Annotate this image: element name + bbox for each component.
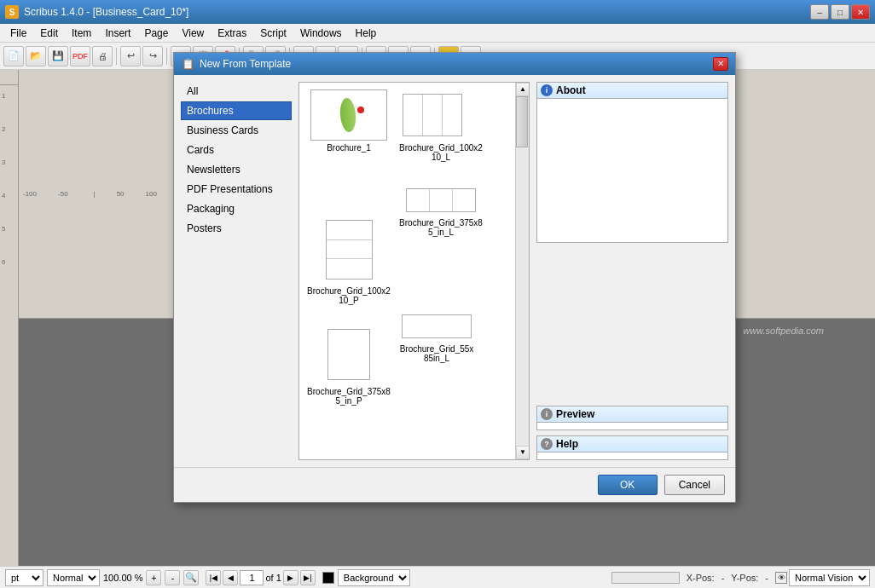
preview-header: i Preview (537, 406, 727, 423)
template-grid-100x210-P-label: Brochure_Grid_100x210_P (306, 286, 391, 305)
category-all[interactable]: All (181, 82, 292, 101)
ok-button[interactable]: OK (598, 475, 658, 495)
thumb-box-portrait (326, 220, 373, 280)
template-brochure-1-label: Brochure_1 (327, 143, 371, 153)
help-section: ? Help (536, 435, 728, 460)
template-grid-100x210-P[interactable]: Brochure_Grid_100x210_P (306, 220, 391, 305)
about-icon: i (541, 84, 553, 96)
thumb-grid-375x85-L (403, 186, 479, 216)
thumb-box-375-L (406, 188, 476, 212)
info-spacer (536, 248, 728, 401)
about-header: i About (537, 83, 727, 99)
scroll-down-button[interactable]: ▼ (516, 446, 530, 459)
preview-icon: i (541, 408, 553, 420)
category-brochures[interactable]: Brochures (181, 101, 292, 120)
template-scrollbar: ▲ ▼ (515, 83, 529, 459)
grid-hline2 (327, 258, 372, 259)
dialog-close-button[interactable]: ✕ (713, 57, 728, 71)
grid-hline1 (327, 239, 372, 240)
grid-vline1 (422, 95, 423, 135)
cancel-button[interactable]: Cancel (664, 475, 725, 495)
brochure1-dot (357, 107, 364, 113)
thumb-grid-55x85-L (398, 312, 475, 342)
preview-section: i Preview (536, 406, 728, 430)
template-grid-375x85-L-label: Brochure_Grid_375x85_in_L (398, 218, 484, 237)
info-panel: i About i Preview ? (536, 82, 728, 460)
dialog-body: All Brochures Business Cards Cards Newsl… (174, 75, 735, 467)
about-section: i About (536, 82, 728, 243)
preview-label: Preview (556, 408, 594, 420)
category-pdf-presentations[interactable]: PDF Presentations (181, 180, 292, 199)
template-grid-55x85-L-label: Brochure_Grid_55x85in_L (398, 344, 475, 363)
template-grid-375x85-P[interactable]: Brochure_Grid_375x85_in_P (306, 329, 391, 406)
template-grid-100x210-L[interactable]: Brochure_Grid_100x210_L (398, 89, 484, 162)
help-header: ? Help (537, 436, 727, 453)
about-label: About (556, 84, 586, 96)
dialog-icon: 📋 (181, 57, 194, 71)
thumb-grid-375x85-P (310, 329, 387, 384)
thumb-brochure-1 (310, 89, 387, 141)
thumb-box-landscape (403, 94, 462, 136)
scroll-thumb[interactable] (516, 96, 528, 147)
grid-vline4 (452, 189, 453, 211)
template-grid-375x85-P-label: Brochure_Grid_375x85_in_P (306, 387, 391, 406)
category-posters[interactable]: Posters (181, 219, 292, 238)
template-brochure-1[interactable]: Brochure_1 (306, 89, 391, 162)
template-grid-55x85-L[interactable]: Brochure_Grid_55x85in_L (398, 312, 475, 406)
template-grid-375x85-L[interactable]: Brochure_Grid_375x85_in_L (398, 186, 484, 305)
template-list: Brochure_1 Brochure_Grid_100x210_L (299, 83, 515, 459)
dialog-title: New From Template (200, 58, 291, 70)
about-content (541, 102, 724, 109)
dialog-footer: OK Cancel (174, 467, 735, 502)
category-panel: All Brochures Business Cards Cards Newsl… (181, 82, 292, 460)
grid-vline3 (429, 189, 430, 211)
help-label: Help (556, 438, 578, 450)
thumb-grid-100x210-P (310, 220, 387, 284)
dialog-title-bar: 📋 New From Template ✕ (174, 53, 735, 75)
template-panel: Brochure_1 Brochure_Grid_100x210_L (298, 82, 530, 460)
help-icon: ? (541, 438, 553, 450)
scroll-track[interactable] (516, 96, 529, 446)
category-business-cards[interactable]: Business Cards (181, 121, 292, 140)
category-cards[interactable]: Cards (181, 141, 292, 159)
grid-vline2 (442, 95, 443, 135)
dialog-overlay: 📋 New From Template ✕ All Brochures Busi… (0, 0, 875, 588)
template-grid-100x210-L-label: Brochure_Grid_100x210_L (398, 143, 484, 162)
category-packaging[interactable]: Packaging (181, 199, 292, 218)
thumb-grid-100x210-L (403, 89, 479, 141)
new-from-template-dialog: 📋 New From Template ✕ All Brochures Busi… (173, 52, 736, 503)
thumb-box-55-L (402, 314, 472, 338)
brochure1-inner (323, 94, 374, 136)
thumb-box-375-P (327, 329, 370, 380)
brochure1-oval (339, 97, 356, 132)
scroll-up-button[interactable]: ▲ (516, 83, 530, 96)
dialog-title-left: 📋 New From Template (181, 57, 291, 71)
category-newsletters[interactable]: Newsletters (181, 160, 292, 179)
